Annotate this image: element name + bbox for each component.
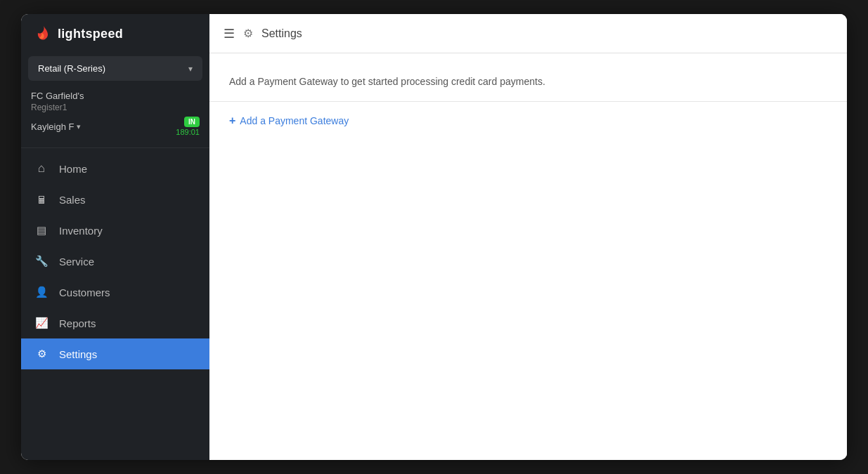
add-gateway-row: + Add a Payment Gateway bbox=[229, 114, 827, 127]
reports-icon: 📈 bbox=[34, 317, 49, 329]
home-icon: ⌂ bbox=[34, 162, 49, 176]
sidebar-item-label-settings: Settings bbox=[59, 348, 97, 360]
sidebar-item-reports[interactable]: 📈 Reports bbox=[21, 308, 209, 338]
nav-menu: ⌂ Home 🖩 Sales ▤ Inventory 🔧 Service 👤 C… bbox=[21, 152, 209, 369]
sidebar-item-service[interactable]: 🔧 Service bbox=[21, 246, 209, 277]
service-icon: 🔧 bbox=[34, 255, 49, 268]
store-name: Retail (R-Series) bbox=[38, 63, 105, 74]
sidebar-item-label-service: Service bbox=[59, 256, 94, 268]
sidebar-item-label-customers: Customers bbox=[59, 287, 110, 298]
inventory-icon: ▤ bbox=[34, 224, 49, 237]
topbar-title: Settings bbox=[261, 27, 302, 40]
sidebar-item-label-inventory: Inventory bbox=[59, 225, 103, 237]
settings-icon: ⚙ bbox=[34, 348, 49, 360]
content-divider bbox=[209, 101, 847, 102]
plus-icon: + bbox=[229, 114, 235, 127]
sidebar-item-home[interactable]: ⌂ Home bbox=[21, 152, 209, 185]
sidebar-item-sales[interactable]: 🖩 Sales bbox=[21, 185, 209, 215]
status-time: 189:01 bbox=[176, 128, 200, 136]
sidebar-item-label-reports: Reports bbox=[59, 317, 96, 329]
user-left[interactable]: Kayleigh F ▾ bbox=[31, 121, 81, 132]
topbar: ☰ ⚙ Settings bbox=[209, 14, 847, 53]
sidebar-item-customers[interactable]: 👤 Customers bbox=[21, 277, 209, 308]
sidebar-divider bbox=[21, 147, 209, 148]
sidebar-item-settings[interactable]: ⚙ Settings bbox=[21, 338, 209, 369]
main-area: ☰ ⚙ Settings Add a Payment Gateway to ge… bbox=[209, 14, 847, 460]
store-selector[interactable]: Retail (R-Series) ▾ bbox=[28, 56, 202, 81]
menu-hamburger-icon[interactable]: ☰ bbox=[224, 26, 235, 41]
sidebar-item-label-sales: Sales bbox=[59, 194, 86, 206]
register-name-label: Register1 bbox=[31, 103, 200, 112]
sales-icon: 🖩 bbox=[34, 194, 49, 206]
sidebar: lightspeed Retail (R-Series) ▾ FC Garfie… bbox=[21, 14, 209, 460]
logo-header: lightspeed bbox=[21, 14, 209, 53]
customers-icon: 👤 bbox=[34, 286, 49, 298]
sidebar-item-inventory[interactable]: ▤ Inventory bbox=[21, 215, 209, 246]
topbar-gear-icon: ⚙ bbox=[243, 27, 253, 40]
add-gateway-link[interactable]: Add a Payment Gateway bbox=[240, 115, 349, 126]
user-name: Kayleigh F bbox=[31, 121, 74, 132]
logo-flame-icon bbox=[32, 24, 52, 44]
payment-description: Add a Payment Gateway to get started pro… bbox=[229, 76, 827, 87]
sidebar-item-label-home: Home bbox=[59, 163, 87, 175]
user-row: Kayleigh F ▾ IN 189:01 bbox=[28, 117, 202, 136]
user-chevron-icon: ▾ bbox=[77, 122, 81, 131]
status-badge: IN bbox=[184, 117, 200, 127]
register-store-label: FC Garfield's bbox=[31, 91, 200, 101]
register-store: FC Garfield's Register1 bbox=[21, 84, 209, 112]
logo-text: lightspeed bbox=[58, 27, 123, 41]
content-area: Add a Payment Gateway to get started pro… bbox=[209, 53, 847, 460]
status-group: IN 189:01 bbox=[176, 117, 200, 136]
store-chevron-icon: ▾ bbox=[188, 64, 193, 74]
